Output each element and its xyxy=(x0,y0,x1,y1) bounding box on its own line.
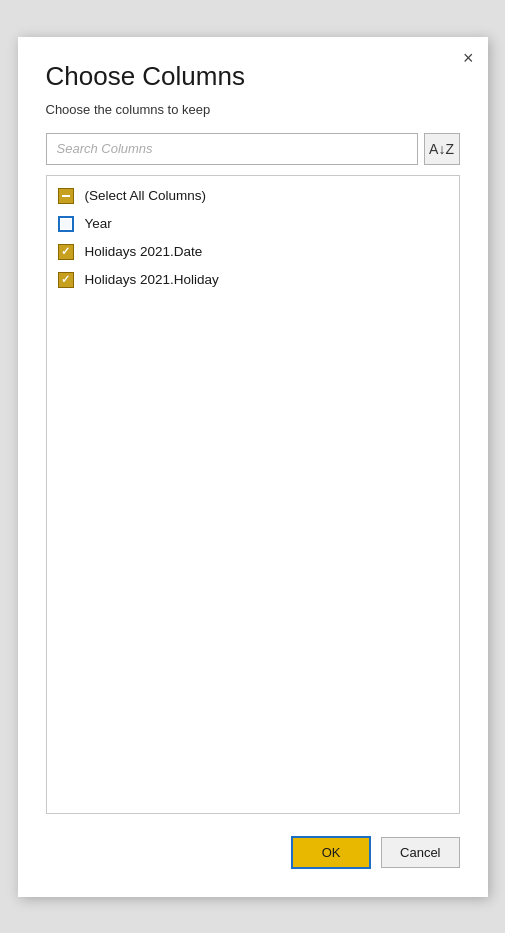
column-label-holidays-date: Holidays 2021.Date xyxy=(85,244,203,259)
sort-button[interactable]: A↓Z xyxy=(424,133,460,165)
unchecked-blue-checkbox-icon xyxy=(58,216,74,232)
column-label-year: Year xyxy=(85,216,112,231)
checkbox-holidays-holiday[interactable] xyxy=(57,271,75,289)
ok-button[interactable]: OK xyxy=(291,836,371,869)
cancel-button[interactable]: Cancel xyxy=(381,837,459,868)
checkbox-holidays-date[interactable] xyxy=(57,243,75,261)
checkbox-select-all[interactable] xyxy=(57,187,75,205)
column-label-holidays-holiday: Holidays 2021.Holiday xyxy=(85,272,219,287)
checked-checkbox-icon-2 xyxy=(58,272,74,288)
sort-icon: A↓Z xyxy=(429,141,454,157)
dialog-title: Choose Columns xyxy=(46,61,460,92)
column-item-year[interactable]: Year xyxy=(47,210,459,238)
checkbox-year[interactable] xyxy=(57,215,75,233)
checked-checkbox-icon xyxy=(58,244,74,260)
column-item-holidays-date[interactable]: Holidays 2021.Date xyxy=(47,238,459,266)
column-item-select-all[interactable]: (Select All Columns) xyxy=(47,182,459,210)
search-input[interactable] xyxy=(46,133,418,165)
close-icon: × xyxy=(463,48,474,68)
column-label-select-all: (Select All Columns) xyxy=(85,188,207,203)
choose-columns-dialog: × Choose Columns Choose the columns to k… xyxy=(18,37,488,897)
search-row: A↓Z xyxy=(46,133,460,165)
close-button[interactable]: × xyxy=(463,49,474,67)
indeterminate-checkbox-icon xyxy=(58,188,74,204)
dialog-footer: OK Cancel xyxy=(46,836,460,869)
dialog-subtitle: Choose the columns to keep xyxy=(46,102,460,117)
columns-list: (Select All Columns) Year Holidays 2021.… xyxy=(46,175,460,814)
column-item-holidays-holiday[interactable]: Holidays 2021.Holiday xyxy=(47,266,459,294)
